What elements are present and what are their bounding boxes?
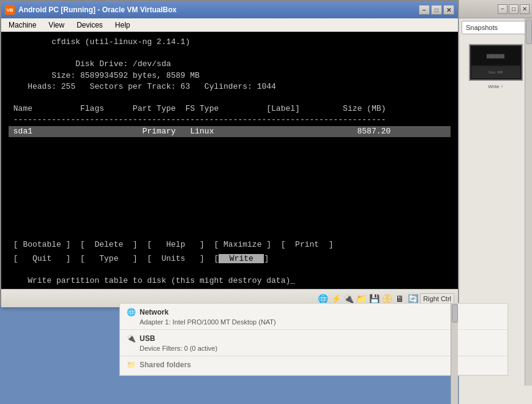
- usb-detail: Device Filters: 0 (0 active): [126, 345, 501, 352]
- terminal-line-blank9: [9, 204, 451, 215]
- app-icon: VB: [5, 5, 15, 15]
- terminal-line-status: Write partition table to disk (this migh…: [9, 275, 451, 286]
- terminal-line-blank11: [9, 226, 451, 237]
- status-icon-sync: 🔄: [407, 293, 418, 304]
- shared-title: Shared folders: [140, 361, 191, 369]
- title-bar: VB Android PC [Running] - Oracle VM Virt…: [1, 1, 458, 18]
- sidebar-tabs: Snapshots: [459, 18, 532, 37]
- sidebar-title-bar: − □ ✕: [459, 0, 532, 18]
- info-section-shared-header: 📁 Shared folders: [126, 360, 501, 370]
- network-icon: 🌐: [126, 307, 136, 317]
- menu-view[interactable]: View: [43, 20, 69, 31]
- sidebar-close-btn[interactable]: ✕: [520, 4, 530, 14]
- terminal-display[interactable]: cfdisk (util-linux-ng 2.14.1) Disk Drive…: [1, 32, 458, 289]
- info-panel: 🌐 Network Adapter 1: Intel PRO/1000 MT D…: [119, 303, 508, 376]
- tab-snapshots[interactable]: Snapshots: [462, 21, 530, 34]
- terminal-line-blank12: [9, 264, 451, 275]
- terminal-line-heads: Heads: 255 Sectors per Track: 63 Cylinde…: [9, 81, 451, 92]
- maximize-button[interactable]: □: [431, 5, 442, 15]
- terminal-line-columns: Name Flags Part Type FS Type [Label] Siz…: [9, 103, 451, 114]
- terminal-line-blank1: [9, 48, 451, 59]
- close-button[interactable]: ✕: [443, 5, 454, 15]
- menu-help[interactable]: Help: [110, 20, 135, 31]
- terminal-line-blank4: [9, 148, 451, 159]
- terminal-line-title: cfdisk (util-linux-ng 2.14.1): [9, 37, 451, 48]
- terminal-line-blank7: [9, 181, 451, 192]
- info-section-network: 🌐 Network Adapter 1: Intel PRO/1000 MT D…: [120, 304, 508, 330]
- window-controls: − □ ✕: [419, 5, 454, 15]
- terminal-line-blank6: [9, 170, 451, 181]
- status-icon-shared: 📁: [356, 293, 367, 304]
- sidebar-max-btn[interactable]: □: [509, 4, 519, 14]
- terminal-line-sda1: sda1 Primary Linux 8587.20: [9, 126, 451, 137]
- terminal-line-separator: ----------------------------------------…: [9, 114, 451, 125]
- menu-devices[interactable]: Devices: [72, 20, 108, 31]
- terminal-line-blank10: [9, 215, 451, 226]
- info-section-usb: 🔌 USB Device Filters: 0 (0 active): [120, 330, 508, 356]
- snapshot-area: ████████ Size: MB Write ↑: [459, 39, 532, 93]
- status-icon-disk1: 💾: [369, 293, 380, 304]
- terminal-line-blank2: [9, 92, 451, 103]
- sidebar-min-btn[interactable]: −: [498, 4, 508, 14]
- info-section-network-header: 🌐 Network: [126, 307, 501, 317]
- status-icon-usb: 🔌: [343, 293, 354, 304]
- usb-title: USB: [140, 334, 155, 343]
- network-detail: Adapter 1: Intel PRO/1000 MT Desktop (NA…: [126, 318, 501, 326]
- terminal-line-blank3: [9, 137, 451, 148]
- snapshot-thumbnail: ████████ Size: MB: [469, 44, 523, 81]
- terminal-line-blank8: [9, 193, 451, 204]
- terminal-line-disk: Disk Drive: /dev/sda: [9, 59, 451, 70]
- info-section-shared: 📁 Shared folders: [120, 356, 508, 375]
- menu-machine[interactable]: Machine: [4, 20, 41, 31]
- terminal-line-buttons1: [ Bootable ] [ Delete ] [ Help ] [ Maxim…: [9, 239, 451, 250]
- info-scrollbar-thumb[interactable]: [452, 304, 458, 323]
- window-title: Android PC [Running] - Oracle VM Virtual…: [18, 6, 419, 14]
- virtualbox-window: VB Android PC [Running] - Oracle VM Virt…: [0, 0, 459, 306]
- status-icon-disk2: 📀: [381, 293, 392, 304]
- minimize-button[interactable]: −: [419, 5, 430, 15]
- network-title: Network: [140, 308, 168, 316]
- terminal-line-size: Size: 8589934592 bytes, 8589 MB: [9, 70, 451, 81]
- sidebar-scrollbar-thumb[interactable]: [526, 20, 532, 44]
- menu-bar: Machine View Devices Help: [1, 18, 458, 32]
- snapshot-info: Write ↑: [462, 83, 530, 91]
- snapshot-thumb-label: Size: MB: [471, 66, 520, 78]
- sidebar-scrollbar[interactable]: [525, 18, 532, 386]
- status-icon-power: ⚡: [330, 293, 341, 304]
- info-section-usb-header: 🔌 USB: [126, 334, 501, 343]
- terminal-line-buttons2: [ Quit ] [ Type ] [ Units ] [ Write ]: [9, 253, 451, 264]
- status-icon-network: 🌐: [317, 293, 328, 304]
- terminal-line-blank5: [9, 159, 451, 170]
- usb-icon: 🔌: [126, 334, 136, 343]
- right-ctrl-label: Right Ctrl: [420, 293, 454, 304]
- shared-icon: 📁: [126, 360, 136, 370]
- status-icon-display: 🖥: [394, 293, 405, 304]
- info-panel-scrollbar[interactable]: [451, 303, 458, 404]
